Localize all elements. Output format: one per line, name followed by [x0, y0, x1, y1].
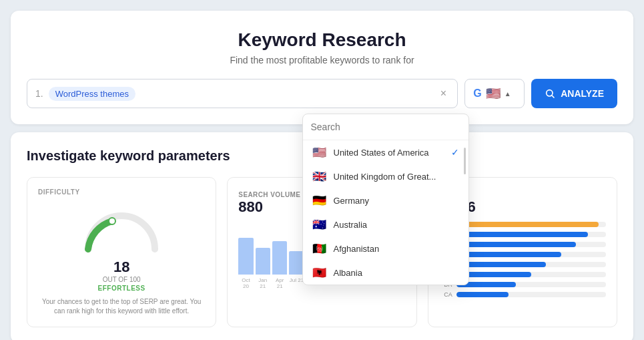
dropdown-search-wrapper[interactable] — [303, 114, 468, 140]
hbar-fill — [456, 252, 561, 257]
difficulty-card: DIFFICULTY 18 OUT OF 100 EFFORTLESS Your… — [27, 177, 216, 327]
hbar-bar-bg — [456, 252, 606, 257]
bar-x-label: Apr 21 — [272, 277, 287, 289]
page-title: Keyword Research — [27, 29, 617, 51]
gauge-chart — [81, 209, 162, 256]
volume-bar — [256, 248, 270, 275]
hbar-bar-bg — [456, 222, 606, 227]
country-name: United States of America — [334, 148, 429, 158]
country-flag: 🇬🇧 — [312, 171, 327, 182]
scrollbar-indicator — [464, 148, 466, 174]
us-flag-icon: 🇺🇸 — [486, 86, 501, 101]
country-list-item[interactable]: 🇬🇧 United Kingdom of Great... — [303, 164, 468, 188]
country-list-item[interactable]: 🇦🇺 Australia — [303, 212, 468, 236]
hbar-bar-bg — [456, 282, 606, 287]
hbar-fill — [456, 222, 599, 227]
cpc-hbar-row: CA — [439, 291, 606, 298]
check-icon: ✓ — [451, 147, 459, 158]
difficulty-rating: EFFORTLESS — [98, 285, 145, 292]
keyword-input[interactable] — [141, 88, 432, 99]
keyword-research-card: Keyword Research Find the most profitabl… — [11, 11, 633, 124]
country-list-item[interactable]: 🇺🇸 United States of America ✓ — [303, 140, 468, 164]
hbar-country-label: CA — [439, 291, 452, 298]
gauge-wrap: 18 OUT OF 100 EFFORTLESS Your chances to… — [38, 204, 205, 316]
hbar-bar-bg — [456, 232, 606, 237]
difficulty-value: 18 — [113, 259, 129, 276]
bar-x-label: Jan 21 — [256, 277, 270, 289]
hbar-bar-bg — [456, 262, 606, 267]
country-name: Afghanistan — [334, 244, 380, 254]
hbar-bar-bg — [456, 242, 606, 247]
difficulty-description: Your chances to get to the top of SERP a… — [38, 297, 205, 316]
country-flag: 🇺🇸 — [312, 147, 327, 158]
country-name: Germany — [334, 196, 369, 206]
country-list: 🇺🇸 United States of America ✓ 🇬🇧 United … — [303, 140, 468, 285]
hbar-fill — [456, 242, 576, 247]
country-name: Albania — [334, 268, 362, 278]
volume-bar — [272, 241, 287, 275]
country-flag: 🇦🇺 — [312, 219, 327, 230]
hbar-fill — [456, 232, 588, 237]
volume-bar — [238, 238, 253, 275]
country-selector-button[interactable]: G 🇺🇸 ▲ — [464, 79, 525, 108]
hbar-bar-bg — [456, 292, 606, 297]
country-flag: 🇦🇱 — [312, 267, 327, 278]
hbar-bar-bg — [456, 272, 606, 277]
hbar-fill — [456, 292, 509, 297]
country-name: United Kingdom of Great... — [334, 172, 436, 182]
clear-button[interactable]: × — [438, 88, 449, 100]
input-number: 1. — [35, 88, 43, 99]
keyword-input-wrapper[interactable]: 1. WordPress themes × — [27, 79, 458, 108]
country-list-item[interactable]: 🇦🇫 Afghanistan — [303, 236, 468, 261]
google-icon: G — [473, 88, 481, 100]
search-row: 1. WordPress themes × G 🇺🇸 ▲ ANALYZE — [27, 79, 617, 108]
bar-x-label: Oct 20 — [238, 277, 253, 289]
svg-point-2 — [109, 218, 115, 224]
country-name: Australia — [334, 220, 368, 230]
country-list-item[interactable]: 🇩🇪 Germany — [303, 188, 468, 212]
country-search-input[interactable] — [311, 122, 460, 132]
analyze-button[interactable]: ANALYZE — [531, 79, 617, 108]
country-flag: 🇦🇫 — [312, 243, 327, 254]
country-list-item[interactable]: 🇦🇱 Albania — [303, 261, 468, 285]
chevron-up-icon: ▲ — [505, 90, 511, 98]
svg-line-1 — [552, 96, 554, 98]
difficulty-label: DIFFICULTY — [38, 188, 205, 196]
analyze-label: ANALYZE — [561, 88, 604, 99]
page-subtitle: Find the most profitable keywords to ran… — [27, 55, 617, 65]
country-flag: 🇩🇪 — [312, 195, 327, 206]
search-icon — [545, 88, 555, 99]
difficulty-sub: OUT OF 100 — [103, 276, 141, 283]
country-dropdown: 🇺🇸 United States of America ✓ 🇬🇧 United … — [302, 114, 469, 285]
hbar-fill — [456, 262, 547, 267]
keyword-tag: WordPress themes — [49, 87, 135, 101]
